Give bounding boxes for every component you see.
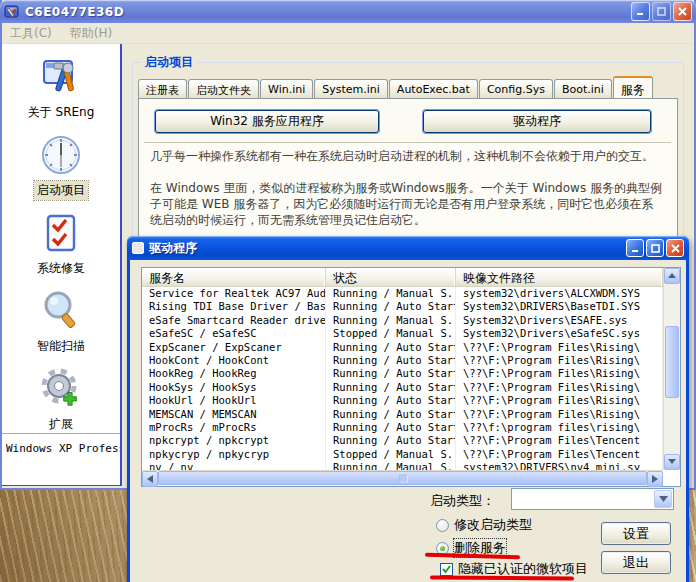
column-header-name[interactable]: 服务名	[142, 268, 326, 286]
red-underline-annotation	[430, 575, 574, 580]
desktop: C6E0477E36D 工具(C) 帮助(H)	[0, 0, 696, 582]
minimize-button[interactable]	[631, 2, 650, 21]
table-row[interactable]: eSafe Smartcard Reader driver...Running …	[142, 314, 663, 327]
sidebar-item-label: 扩展	[46, 415, 76, 434]
table-row[interactable]: eSafeSC / eSafeSCStopped / Manual S...Sy…	[142, 327, 663, 340]
groupbox-title: 启动项目	[141, 54, 197, 71]
description-paragraph: 几乎每一种操作系统都有一种在系统启动时启动进程的机制，这种机制不会依赖于用户的交…	[150, 148, 665, 164]
tab-boot-ini[interactable]: Boot.ini	[554, 79, 612, 98]
sidebar-item-scan[interactable]: 智能扫描	[2, 289, 120, 356]
tab-strip: 注册表 启动文件夹 Win.ini System.ini AutoExec.ba…	[138, 76, 678, 98]
sidebar-item-label: 启动项目	[34, 181, 88, 200]
tab-services[interactable]: 服务	[613, 76, 653, 98]
table-row[interactable]: MEMSCAN / MEMSCANRunning / Auto Start\??…	[142, 408, 663, 421]
arrow-up-icon	[668, 273, 676, 279]
radio-modify-start-type[interactable]: 修改启动类型	[436, 516, 532, 534]
status-bar: Windows XP Profess	[2, 433, 120, 485]
horizontal-scroll-thumb[interactable]	[158, 471, 647, 485]
tab-autoexec-bat[interactable]: AutoExec.bat	[389, 79, 478, 98]
thumb-grip	[399, 475, 406, 482]
main-titlebar[interactable]: C6E0477E36D	[0, 0, 696, 23]
scroll-left-button[interactable]	[142, 471, 158, 487]
table-row[interactable]: HookSys / HookSysRunning / Auto Start\??…	[142, 381, 663, 394]
maximize-button[interactable]	[652, 2, 671, 21]
radio-label: 修改启动类型	[454, 516, 532, 534]
arrow-left-icon	[147, 475, 153, 483]
table-row[interactable]: ExpScaner / ExpScanerRunning / Auto Star…	[142, 341, 663, 354]
checklist-icon	[39, 211, 83, 255]
dialog-icon	[132, 242, 144, 254]
dialog-maximize-button[interactable]	[646, 239, 664, 257]
scroll-right-button[interactable]	[647, 471, 663, 487]
scroll-down-button[interactable]	[664, 454, 680, 470]
close-button[interactable]	[673, 2, 692, 21]
maximize-icon	[651, 244, 660, 253]
sidebar-item-about[interactable]: 关于 SREng	[2, 55, 120, 122]
table-body: Service for Realtek AC97 Audi...Running …	[142, 287, 663, 470]
tab-config-sys[interactable]: Config.Sys	[479, 79, 553, 98]
tools-icon	[39, 55, 83, 99]
tab-win-ini[interactable]: Win.ini	[260, 79, 313, 98]
menu-bar: 工具(C) 帮助(H)	[2, 23, 694, 44]
table-row[interactable]: npkycryp / npkycrypStopped / Manual S...…	[142, 448, 663, 461]
checkbox-checked-icon	[440, 563, 453, 576]
set-button[interactable]: 设置	[601, 522, 671, 545]
table-header: 服务名 状态 映像文件路径	[142, 268, 663, 287]
table-row[interactable]: Rising TDI Base Driver / BaseTDIRunning …	[142, 300, 663, 313]
table-row[interactable]: mProcRs / mProcRsRunning / Auto Start\??…	[142, 421, 663, 434]
tab-startupfolder[interactable]: 启动文件夹	[188, 79, 259, 98]
dialog-title: 驱动程序	[149, 240, 197, 257]
close-icon	[678, 7, 687, 16]
combobox-dropdown-button[interactable]	[654, 490, 672, 508]
menu-tools[interactable]: 工具(C)	[10, 25, 52, 42]
services-table: 服务名 状态 映像文件路径 Service for Realtek AC97 A…	[141, 267, 681, 487]
dialog-titlebar[interactable]: 驱动程序	[127, 236, 689, 260]
close-icon	[671, 244, 680, 253]
app-icon	[4, 4, 20, 20]
arrow-down-icon	[668, 459, 676, 465]
sidebar-item-label: 智能扫描	[34, 337, 88, 356]
menu-help[interactable]: 帮助(H)	[70, 25, 112, 42]
horizontal-scrollbar[interactable]	[142, 470, 663, 486]
description-paragraph: 在 Windows 里面，类似的进程被称为服务或Windows服务。一个关于 W…	[150, 180, 665, 228]
chevron-down-icon	[659, 496, 668, 502]
sidebar-item-startup[interactable]: 启动项目	[2, 133, 120, 200]
minimize-icon	[636, 7, 645, 16]
column-header-path[interactable]: 映像文件路径	[456, 268, 663, 286]
table-row[interactable]: HookCont / HookContRunning / Auto Start\…	[142, 354, 663, 367]
start-type-combobox[interactable]	[511, 488, 674, 510]
sidebar: 关于 SREng	[2, 44, 122, 486]
table-row[interactable]: Service for Realtek AC97 Audi...Running …	[142, 287, 663, 300]
sidebar-item-label: 系统修复	[34, 259, 88, 278]
table-row[interactable]: HookReg / HookRegRunning / Auto Start\??…	[142, 367, 663, 380]
radio-icon	[436, 519, 449, 532]
sidebar-item-label: 关于 SREng	[25, 103, 98, 122]
arrow-right-icon	[652, 475, 658, 483]
scroll-up-button[interactable]	[664, 268, 680, 284]
table-row[interactable]: HookUrl / HookUrlRunning / Auto Start\??…	[142, 394, 663, 407]
vertical-scroll-thumb[interactable]	[665, 326, 679, 398]
sidebar-item-extension[interactable]: 扩展	[2, 367, 120, 434]
maximize-icon	[657, 7, 666, 16]
column-header-status[interactable]: 状态	[326, 268, 456, 286]
table-row[interactable]: nv / nvRunning / Manual S...system32\DRI…	[142, 461, 663, 470]
window-title: C6E0477E36D	[25, 5, 124, 19]
dialog-close-button[interactable]	[666, 239, 684, 257]
dialog-minimize-button[interactable]	[626, 239, 644, 257]
sidebar-item-repair[interactable]: 系统修复	[2, 211, 120, 278]
minimize-icon	[631, 244, 640, 253]
win32-services-button[interactable]: Win32 服务应用程序	[155, 110, 379, 133]
drivers-dialog: 驱动程序 服务名 状态 映像文件路径 Service for	[127, 236, 689, 582]
tab-system-ini[interactable]: System.ini	[314, 79, 388, 98]
start-type-label: 启动类型：	[430, 492, 495, 510]
drivers-button[interactable]: 驱动程序	[423, 110, 651, 133]
tab-registry[interactable]: 注册表	[138, 79, 187, 98]
table-row[interactable]: npkcrypt / npkcryptRunning / Auto Start\…	[142, 434, 663, 447]
magnifier-icon	[39, 289, 83, 333]
gear-plus-icon	[39, 367, 83, 411]
status-text: Windows XP Profess	[6, 442, 120, 455]
vertical-scrollbar[interactable]	[663, 268, 680, 470]
clock-icon	[39, 133, 83, 177]
exit-button[interactable]: 退出	[601, 551, 671, 574]
